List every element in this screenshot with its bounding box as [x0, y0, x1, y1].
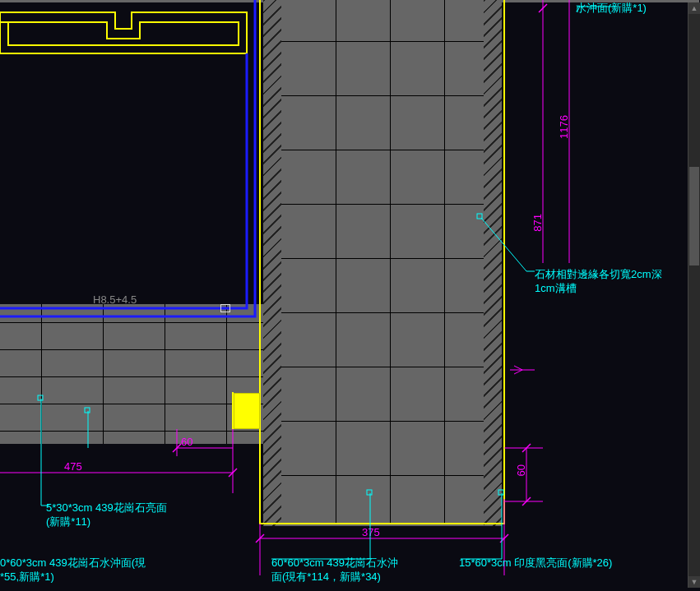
note-3-line1: 60*60*3cm 439花崗石水沖 — [271, 556, 398, 569]
svg-rect-23 — [367, 490, 372, 495]
svg-rect-24 — [498, 490, 503, 495]
note-6-line1: 石材相對邊緣各切寬2cm深 — [535, 268, 662, 280]
note-2-line1: 0*60*3cm 439花崗石水沖面(現 — [0, 556, 146, 569]
note-3: 60*60*3cm 439花崗石水沖 面(現有*114，新購*34) — [271, 556, 398, 584]
vertical-scrollbar[interactable]: ▲ ▼ — [688, 2, 700, 588]
note-6: 石材相對邊緣各切寬2cm深 1cm溝槽 — [535, 268, 662, 296]
note-3-line2: 面(現有*114，新購*34) — [271, 570, 381, 583]
note-6-line2: 1cm溝槽 — [535, 282, 577, 294]
cad-viewport[interactable]: 水沖面(新購*1) H8.5+4.5 — [0, 0, 700, 591]
note-2: 0*60*3cm 439花崗石水沖面(現 *55,新購*1) — [0, 556, 146, 584]
note-4: 15*60*3cm 印度黑亮面(新購*26) — [459, 556, 700, 570]
note-1: 5*30*3cm 439花崗石亮面 (新購*11) — [46, 501, 167, 529]
scroll-down-button[interactable]: ▼ — [688, 576, 700, 588]
svg-rect-22 — [85, 408, 90, 413]
scroll-up-button[interactable]: ▲ — [688, 2, 700, 14]
scroll-thumb[interactable] — [689, 167, 699, 265]
note-1-line2: (新購*11) — [46, 515, 90, 528]
note-2-line2: *55,新購*1) — [0, 570, 54, 583]
note-1-line1: 5*30*3cm 439花崗石亮面 — [46, 501, 167, 514]
svg-rect-21 — [38, 395, 43, 400]
